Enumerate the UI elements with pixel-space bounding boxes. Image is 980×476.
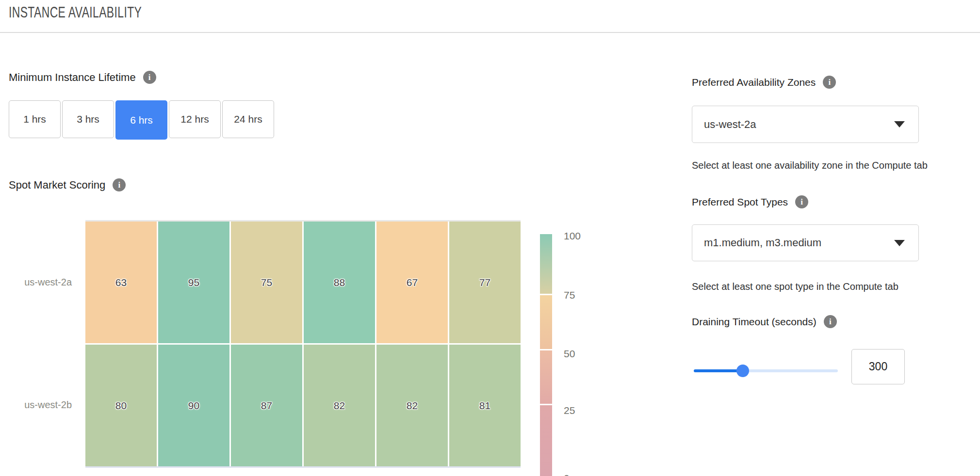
- heatmap-grid: 639575886777809087828281: [85, 222, 521, 466]
- colorbar-tick-100: 100: [564, 230, 593, 242]
- heatmap-bottom-axis-line: [85, 466, 521, 468]
- heatmap-cell-us-west-2a-1: 95: [158, 222, 229, 343]
- heatmap-row-label-us-west-2a: us-west-2a: [10, 277, 72, 288]
- header-divider: [0, 32, 980, 33]
- heatmap-cell-us-west-2b-0: 80: [85, 345, 157, 466]
- chevron-down-icon: [894, 121, 905, 127]
- preferred-spot-types-label-row: Preferred Spot Types i: [692, 195, 808, 208]
- info-icon[interactable]: i: [824, 315, 837, 328]
- chevron-down-icon: [894, 240, 905, 246]
- info-icon[interactable]: i: [143, 71, 156, 84]
- spot-types-helper-text: Select at least one spot type in the Com…: [692, 281, 898, 292]
- heatmap-cell-us-west-2b-5: 81: [449, 345, 521, 466]
- colorbar-segment-100-75: [540, 234, 552, 294]
- colorbar-segment-75-50: [540, 295, 552, 349]
- colorbar-tick-50: 50: [564, 348, 593, 360]
- colorbar-tick-75: 75: [564, 289, 593, 301]
- instance-availability-page: INSTANCE AVAILABILITY Minimum Instance L…: [0, 0, 980, 476]
- preferred-availability-zones-label: Preferred Availability Zones: [692, 77, 816, 88]
- lifetime-option-12-hrs[interactable]: 12 hrs: [169, 100, 221, 138]
- lifetime-option-3-hrs[interactable]: 3 hrs: [62, 100, 114, 138]
- spot-types-dropdown[interactable]: m1.medium, m3.medium: [692, 224, 919, 261]
- colorbar-tick-0: 0: [564, 473, 593, 476]
- spot-market-scoring-label-row: Spot Market Scoring i: [9, 178, 126, 191]
- heatmap-row-label-us-west-2b: us-west-2b: [10, 399, 72, 411]
- preferred-spot-types-label: Preferred Spot Types: [692, 196, 788, 208]
- draining-timeout-slider[interactable]: [694, 365, 838, 377]
- lifetime-button-group: 1 hrs3 hrs6 hrs12 hrs24 hrs: [9, 100, 274, 140]
- availability-zones-helper-text: Select at least one availability zone in…: [692, 160, 928, 171]
- availability-zones-dropdown-value: us-west-2a: [704, 118, 894, 131]
- slider-thumb[interactable]: [736, 365, 749, 377]
- lifetime-option-24-hrs[interactable]: 24 hrs: [222, 100, 274, 138]
- heatmap-cell-us-west-2a-5: 77: [449, 222, 521, 343]
- info-icon[interactable]: i: [113, 178, 126, 191]
- spot-market-scoring-label: Spot Market Scoring: [9, 179, 105, 191]
- colorbar-segment-50-25: [540, 350, 552, 404]
- lifetime-option-6-hrs[interactable]: 6 hrs: [115, 100, 167, 140]
- lifetime-option-1-hrs[interactable]: 1 hrs: [9, 100, 61, 138]
- minimum-instance-lifetime-label: Minimum Instance Lifetime: [9, 71, 136, 84]
- info-icon[interactable]: i: [795, 195, 808, 208]
- preferred-availability-zones-label-row: Preferred Availability Zones i: [692, 76, 836, 89]
- spot-types-dropdown-value: m1.medium, m3.medium: [704, 237, 894, 249]
- draining-timeout-label-row: Draining Timeout (seconds) i: [692, 315, 837, 328]
- heatmap-cell-us-west-2b-1: 90: [158, 345, 229, 466]
- minimum-instance-lifetime-label-row: Minimum Instance Lifetime i: [9, 71, 156, 84]
- page-title: INSTANCE AVAILABILITY: [9, 4, 142, 21]
- heatmap-cell-us-west-2a-3: 88: [304, 222, 375, 343]
- colorbar-segment-25-0: [540, 405, 552, 476]
- heatmap-cell-us-west-2a-2: 75: [231, 222, 302, 343]
- heatmap-cell-us-west-2a-4: 67: [376, 222, 448, 343]
- draining-timeout-input[interactable]: [851, 349, 905, 384]
- heatmap-cell-us-west-2a-0: 63: [85, 222, 157, 343]
- slider-fill: [694, 369, 743, 372]
- availability-zones-dropdown[interactable]: us-west-2a: [692, 106, 919, 143]
- info-icon[interactable]: i: [823, 76, 836, 89]
- colorbar-tick-25: 25: [564, 405, 593, 416]
- draining-timeout-label: Draining Timeout (seconds): [692, 316, 817, 328]
- heatmap-cell-us-west-2b-4: 82: [376, 345, 448, 466]
- heatmap-cell-us-west-2b-3: 82: [304, 345, 375, 466]
- heatmap-cell-us-west-2b-2: 87: [231, 345, 302, 466]
